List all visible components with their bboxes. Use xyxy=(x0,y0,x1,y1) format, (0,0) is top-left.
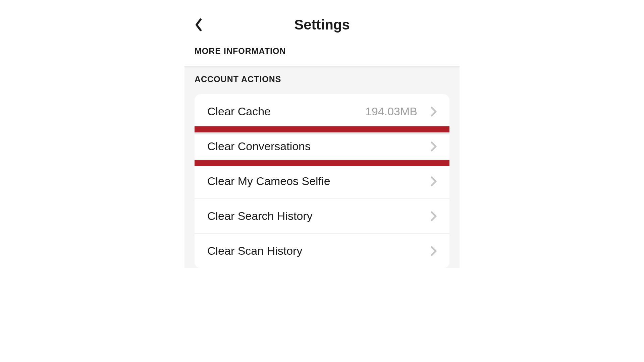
clear-cameos-row[interactable]: Clear My Cameos Selfie xyxy=(195,164,449,199)
header: Settings xyxy=(184,13,460,43)
chevron-right-icon xyxy=(431,176,437,186)
chevron-right-icon xyxy=(431,246,437,256)
chevron-right-icon xyxy=(431,107,437,117)
clear-search-label: Clear Search History xyxy=(207,209,431,223)
clear-cache-value: 194.03MB xyxy=(365,105,417,118)
section-label-more-information: MORE INFORMATION xyxy=(184,43,460,66)
page-title: Settings xyxy=(191,17,453,33)
account-actions-list: Clear Cache 194.03MB Clear Conversations… xyxy=(195,94,449,268)
clear-cache-row[interactable]: Clear Cache 194.03MB xyxy=(195,94,449,129)
clear-search-row[interactable]: Clear Search History xyxy=(195,199,449,234)
clear-cameos-label: Clear My Cameos Selfie xyxy=(207,175,431,188)
chevron-right-icon xyxy=(431,211,437,221)
clear-scan-label: Clear Scan History xyxy=(207,244,431,257)
settings-screen: Settings MORE INFORMATION ACCOUNT ACTION… xyxy=(184,13,460,268)
chevron-right-icon xyxy=(431,141,437,152)
grey-section: ACCOUNT ACTIONS Clear Cache 194.03MB Cle… xyxy=(184,66,460,268)
clear-conversations-row[interactable]: Clear Conversations xyxy=(195,129,449,164)
clear-scan-row[interactable]: Clear Scan History xyxy=(195,234,449,268)
section-label-account-actions: ACCOUNT ACTIONS xyxy=(184,74,460,94)
clear-cache-label: Clear Cache xyxy=(207,105,365,118)
clear-conversations-label: Clear Conversations xyxy=(207,140,431,153)
back-button[interactable] xyxy=(195,18,203,32)
back-icon xyxy=(195,18,203,32)
